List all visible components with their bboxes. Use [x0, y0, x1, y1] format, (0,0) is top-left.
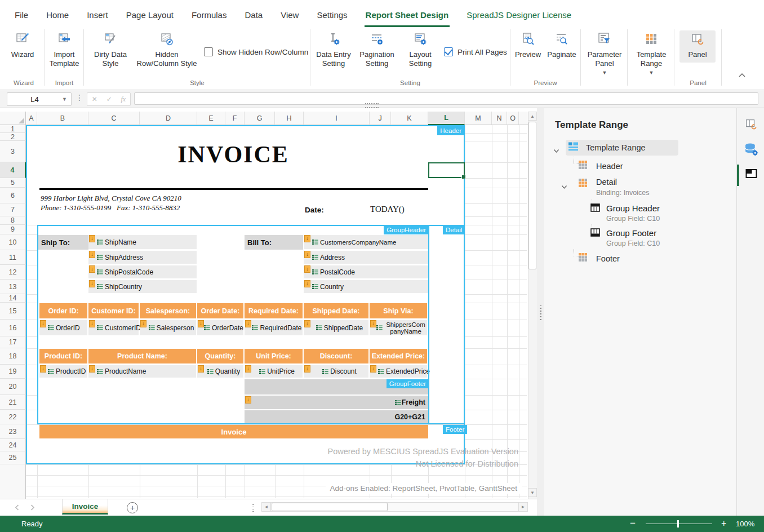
menu-item-home[interactable]: Home [45, 3, 70, 27]
row-header-22[interactable]: 22 [0, 410, 26, 424]
product-header-cell-3[interactable]: Quantity: [197, 349, 243, 363]
pagination-setting-button[interactable]: Pagination Setting [355, 32, 399, 68]
row-header-9[interactable]: 9 [0, 225, 26, 234]
add-sheet-button[interactable]: + [127, 502, 138, 513]
preview-button[interactable]: Preview [513, 32, 543, 59]
tab-area-splitter[interactable] [252, 503, 254, 512]
row-header-13[interactable]: 13 [0, 280, 26, 294]
field-cell-OrderID[interactable]: ↓OrderID [39, 320, 87, 335]
zoom-slider-thumb[interactable] [677, 520, 679, 527]
wizard-button[interactable]: Wizard [8, 32, 37, 59]
column-header-C[interactable]: C [88, 112, 140, 125]
field-cell-UnitPrice[interactable]: ↓UnitPrice [245, 365, 303, 378]
column-header-G[interactable]: G [245, 112, 275, 125]
row-header-18[interactable]: 18 [0, 348, 26, 365]
group-footer-freight-cell[interactable]: ↓ Freight [245, 396, 428, 409]
print-all-pages-checkbox[interactable]: Print All Pages [444, 47, 507, 56]
row-header-24[interactable]: 24 [0, 439, 26, 451]
row-header-17[interactable]: 17 [0, 336, 26, 348]
cancel-formula-icon[interactable]: ✕ [92, 95, 97, 103]
data-source-icon[interactable] [744, 142, 758, 158]
field-cell-ShipPostalCode[interactable]: ↓ShipPostalCode [88, 265, 197, 278]
template-range-button[interactable]: Template Range ▼ [631, 32, 672, 75]
field-cell-ShipName[interactable]: ↓ShipName [88, 235, 197, 249]
menu-item-formulas[interactable]: Formulas [190, 3, 228, 27]
column-header-J[interactable]: J [370, 112, 391, 125]
parameter-panel-button[interactable]: Parameter Panel ▼ [585, 32, 624, 75]
tree-node-footer[interactable]: Footer [596, 254, 620, 263]
date-label[interactable]: Date: [305, 206, 324, 214]
collapse-ribbon-button[interactable] [738, 70, 746, 81]
field-cell-OrderDate[interactable]: ↓OrderDate [197, 320, 243, 335]
menu-item-settings[interactable]: Settings [316, 3, 348, 27]
row-header-5[interactable]: 5 [0, 178, 26, 188]
row-header-10[interactable]: 10 [0, 234, 26, 250]
row-header-3[interactable]: 3 [0, 141, 26, 162]
name-box-splitter[interactable]: ⋮ [75, 93, 83, 102]
scroll-down-icon[interactable]: ▼ [528, 488, 537, 497]
menu-item-insert[interactable]: Insert [86, 3, 109, 27]
product-header-cell-2[interactable]: Product Name: [88, 349, 196, 363]
field-cell-ShipCountry[interactable]: ↓ShipCountry [88, 280, 197, 293]
row-header-20[interactable]: 20 [0, 379, 26, 395]
checkbox-icon[interactable] [204, 47, 213, 56]
product-header-cell-5[interactable]: Discount: [304, 349, 368, 363]
insert-function-icon[interactable]: fx [121, 95, 126, 104]
zoom-slider-track[interactable] [646, 524, 712, 524]
zoom-out-icon[interactable]: − [630, 518, 636, 529]
panel-toggle-icon[interactable] [744, 117, 758, 133]
row-header-1[interactable]: 1 [0, 125, 26, 133]
column-header-O[interactable]: O [507, 112, 519, 125]
row-header-4[interactable]: 4 [0, 162, 26, 178]
column-header-L[interactable]: L [428, 112, 465, 125]
row-header-14[interactable]: 14 [0, 294, 26, 303]
group-footer-total-cell[interactable]: G20+G21 [245, 410, 428, 424]
field-cell-CustomersCompanyName[interactable]: ↓CustomersCompanyName [304, 235, 428, 249]
row-header-2[interactable]: 2 [0, 133, 26, 141]
row-header-16[interactable]: 16 [0, 320, 26, 336]
row-header-23[interactable]: 23 [0, 424, 26, 439]
row-header-25[interactable]: 25 [0, 451, 26, 464]
field-cell-ShippersCompanyName[interactable]: ↓ShippersCompanyName [370, 320, 427, 335]
name-box[interactable]: L4 ▼ [7, 92, 72, 106]
order-header-cell-7[interactable]: Ship Via: [370, 303, 427, 318]
chevron-down-icon[interactable] [553, 145, 559, 156]
row-header-7[interactable]: 7 [0, 203, 26, 216]
template-range-panel-icon[interactable] [745, 168, 757, 182]
column-header-E[interactable]: E [197, 112, 225, 125]
field-cell-ProductName[interactable]: ↓ProductName [88, 365, 196, 378]
field-cell-ShipAddress[interactable]: ↓ShipAddress [88, 251, 197, 264]
invoice-title[interactable]: INVOICE [37, 141, 429, 168]
column-header-B[interactable]: B [37, 112, 88, 125]
field-cell-Address[interactable]: ↓Address [304, 251, 428, 264]
tree-node-group-footer[interactable]: Group Footer [606, 228, 656, 238]
row-header-11[interactable]: 11 [0, 250, 26, 265]
row-header-6[interactable]: 6 [0, 188, 26, 203]
column-header-I[interactable]: I [304, 112, 370, 125]
field-cell-Salesperson[interactable]: ↓Salesperson [140, 320, 196, 335]
field-cell-PostalCode[interactable]: ↓PostalCode [304, 265, 428, 278]
chevron-down-icon[interactable] [561, 181, 567, 192]
prev-sheet-icon[interactable] [15, 504, 19, 512]
paginate-button[interactable]: Paginate [544, 32, 579, 59]
field-cell-Country[interactable]: ↓Country [304, 280, 428, 293]
date-formula[interactable]: TODAY() [370, 205, 405, 214]
column-header-A[interactable]: A [26, 112, 37, 125]
sheet-tab-invoice[interactable]: Invoice [62, 499, 108, 515]
column-header-H[interactable]: H [275, 112, 304, 125]
zoom-in-icon[interactable]: + [721, 518, 726, 529]
field-cell-CustomerID[interactable]: ↓CustomerID [88, 320, 139, 335]
select-all-corner[interactable] [0, 112, 26, 125]
dirty-data-style-button[interactable]: Dirty Data Style [90, 32, 131, 68]
order-header-cell-2[interactable]: Customer ID: [88, 303, 139, 318]
formula-bar-resize-grip[interactable] [365, 103, 379, 108]
menu-item-data[interactable]: Data [243, 3, 264, 27]
scroll-right-icon[interactable]: ► [518, 502, 528, 512]
field-cell-Discount[interactable]: ↓Discount [304, 365, 368, 378]
row-header-19[interactable]: 19 [0, 365, 26, 379]
order-header-cell-1[interactable]: Order ID: [39, 303, 87, 318]
tree-node-group-header[interactable]: Group Header [606, 203, 660, 213]
vertical-scroll-thumb[interactable] [528, 122, 536, 269]
menu-item-file[interactable]: File [14, 3, 29, 27]
column-header-K[interactable]: K [391, 112, 428, 125]
